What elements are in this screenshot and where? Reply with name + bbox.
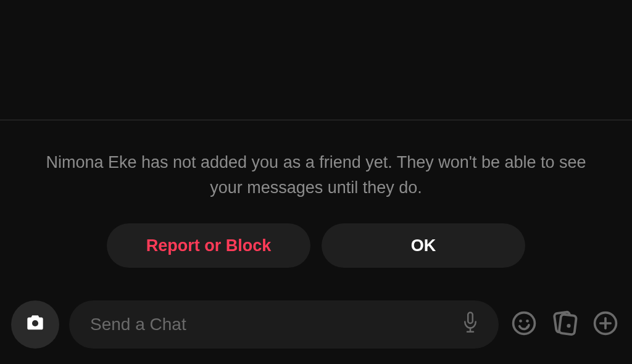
chat-input-bar (0, 296, 632, 364)
gallery-button[interactable] (549, 309, 580, 340)
svg-rect-1 (468, 313, 473, 324)
camera-button[interactable] (11, 300, 59, 349)
svg-point-6 (526, 320, 529, 323)
svg-point-0 (32, 320, 38, 326)
notice-button-row: Report or Block OK (107, 223, 525, 268)
plus-circle-icon (592, 310, 619, 339)
svg-point-5 (519, 320, 522, 323)
chat-input[interactable] (90, 315, 458, 334)
smiley-icon (510, 310, 538, 339)
friend-notice-text: Nimona Eke has not added you as a friend… (23, 150, 609, 200)
add-button[interactable] (590, 309, 621, 340)
microphone-button[interactable] (458, 312, 483, 337)
chat-input-wrapper[interactable] (69, 300, 499, 349)
report-or-block-button[interactable]: Report or Block (107, 223, 310, 268)
friend-notice-area: Nimona Eke has not added you as a friend… (0, 120, 632, 296)
chat-history-area (0, 0, 632, 120)
microphone-icon (461, 311, 480, 338)
svg-point-4 (514, 313, 535, 334)
emoji-button[interactable] (509, 309, 539, 340)
camera-icon (23, 312, 47, 337)
ok-button[interactable]: OK (322, 223, 525, 268)
gallery-icon (551, 309, 579, 340)
